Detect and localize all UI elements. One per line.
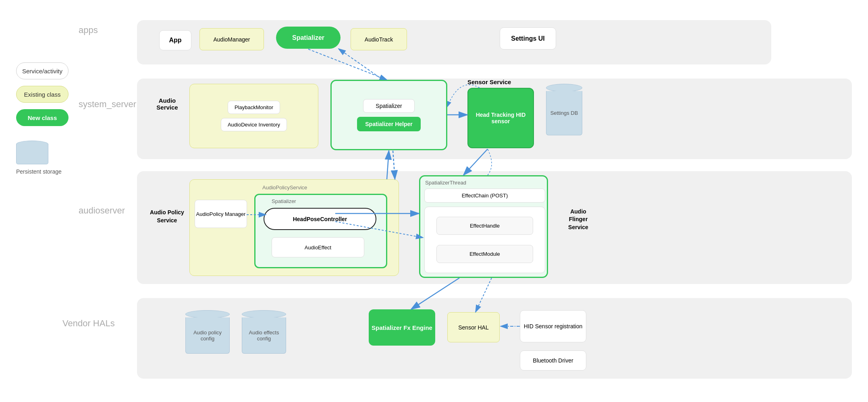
settings-db-body: Settings DB [546,91,582,135]
settings-ui-node: Settings UI [500,27,556,50]
audio-policy-outer-box: AudioPolicyService AudioPolicy Manager S… [189,179,399,276]
apc-top [185,310,230,318]
head-tracking-hid-node: Head Tracking HID sensor [467,88,534,148]
legend-existing-class-box: Existing class [16,86,69,103]
spatializer-green-group: Spatializer HeadPoseController AudioEffe… [254,194,387,268]
audio-policy-manager-node: AudioPolicy Manager [195,200,247,228]
effect-module-node: EffectModule [436,245,533,263]
audio-track-node: AudioTrack [351,28,407,50]
legend-persistent-storage: Persistent storage [16,141,69,175]
cyl-body [16,144,48,164]
legend-existing-class: Existing class [16,86,69,103]
main-area: App AudioManager Spatializer AudioTrack … [137,12,852,390]
legend-existing-class-label: Existing class [24,91,61,98]
audio-policy-service-inner-label: AudioPolicyService [262,184,307,191]
legend-new-class: New class [16,109,69,126]
diagram-container: Service/activity Existing class New clas… [0,0,868,402]
effect-inner-box: EffectHandle EffectModule [424,207,545,273]
legend: Service/activity Existing class New clas… [16,62,69,175]
apc-body: Audio policy config [185,317,230,354]
spatializer-thread-label: SpatializerThread [425,180,466,186]
audio-flinger-label: Audio Flinger Service [560,195,596,244]
spatializer-top-node: Spatializer [276,27,341,49]
playback-monitor-node: PlaybackMonitor [228,101,280,114]
spatializer-fx-engine-node: Spatializer Fx Engine [369,309,435,346]
apps-layer-label: apps [79,25,98,35]
audio-effects-config-cylinder: Audio effects config [242,310,286,354]
legend-service-activity-label: Service/activity [22,68,62,75]
spatializer-sys-node: Spatializer [363,99,414,113]
audio-policy-service-label: Audio Policy Service [146,197,188,237]
legend-new-class-label: New class [28,114,57,121]
spatializer-thread-group: SpatializerThread EffectChain (POST) Eff… [419,175,548,278]
legend-service-activity-box: Service/activity [16,62,69,79]
vendor-hals-layer-label: Vendor HALs [62,318,115,329]
audioserver-layer-label: audioserver [79,205,125,216]
legend-new-class-box: New class [16,109,69,126]
settings-db-cylinder: Settings DB [546,84,582,135]
spatializer-audio-label: Spatializer [272,198,296,204]
app-node: App [159,30,191,50]
legend-cylinder-shape [16,141,48,167]
audio-effect-node: AudioEffect [272,237,364,257]
effect-handle-node: EffectHandle [436,217,533,235]
audio-policy-config-cylinder: Audio policy config [185,310,230,354]
aec-top [242,310,286,318]
system-server-layer-label: system_server [79,99,136,110]
spatializer-helper-node: Spatializer Helper [357,117,421,131]
audio-service-label: Audio Service [149,88,185,120]
hid-sensor-registration-node: HID Sensor registration [520,310,586,342]
legend-storage-label: Persistent storage [16,168,69,175]
audio-manager-node: AudioManager [199,28,264,50]
settings-db-top [546,84,582,92]
audio-device-inventory-node: AudioDevice Inventory [221,118,287,131]
effect-chain-node: EffectChain (POST) [424,189,545,203]
audio-service-box: PlaybackMonitor AudioDevice Inventory [189,84,318,148]
bluetooth-driver-node: Bluetooth Driver [520,350,586,371]
spatializer-sys-group: Spatializer Spatializer Helper [330,80,447,150]
sensor-hal-node: Sensor HAL [447,312,500,342]
aec-body: Audio effects config [242,317,286,354]
head-pose-controller-node: HeadPoseController [264,208,376,230]
sensor-service-label: Sensor Service [467,79,511,85]
legend-service-activity: Service/activity [16,62,69,79]
